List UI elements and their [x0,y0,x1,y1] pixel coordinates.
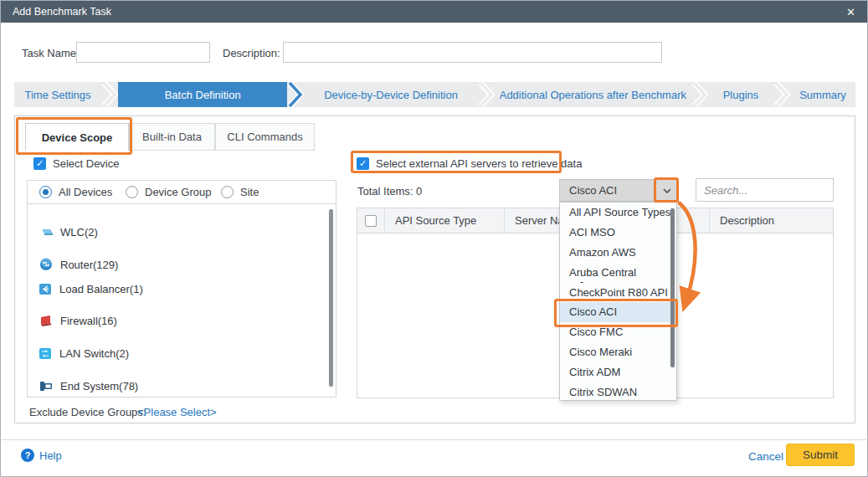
tab-cli-commands[interactable]: CLI Commands [215,123,315,151]
dialog-window: Add Benchmark Task ✕ Task Name: Descript… [0,0,868,477]
wizard-separator-icon [287,82,304,107]
api-source-dropdown-value: Cisco ACI [569,184,617,197]
radio-site[interactable]: Site [221,186,259,198]
load-balancer-icon [39,283,52,295]
checkbox-unchecked-icon[interactable] [365,215,377,227]
select-device-label: Select Device [53,157,119,170]
dropdown-option[interactable]: CheckPoint R80 API [560,282,676,302]
wizard-tab-batch-definition[interactable]: Batch Definition [118,82,287,107]
radio-device-group[interactable]: Device Group [126,186,211,198]
dropdown-dash: - [580,276,583,288]
wizard-tab-additional-operations[interactable]: Additional Operations after Benchmark [495,82,691,107]
api-source-dropdown[interactable]: Cisco ACI [559,179,679,202]
device-list-scrollbar[interactable] [329,209,333,387]
radio-all-devices-label: All Devices [59,186,112,198]
device-label: WLC(2) [60,226,98,238]
router-icon [39,258,53,271]
radio-device-group-label: Device Group [145,186,211,198]
select-all-checkbox[interactable] [357,208,384,233]
device-type-list: WLC(2) Router(129) Load Balancer(1) Fire… [27,203,336,398]
footer-divider [2,439,866,440]
cancel-button[interactable]: Cancel [748,450,783,463]
description-label: Description: [223,47,280,59]
task-name-label: Task Name: [22,47,80,59]
column-header-api-source-type[interactable]: API Source Type [384,208,504,233]
submit-button[interactable]: Submit [786,444,855,466]
tab-device-scope[interactable]: Device Scope [25,123,129,151]
help-icon: ? [21,449,34,462]
wizard-tab-summary[interactable]: Summary [790,82,855,107]
wlc-icon [39,226,53,238]
dropdown-option[interactable]: Citrix ADM [560,362,676,382]
radio-site-label: Site [240,186,259,198]
select-external-api-checkbox[interactable]: ✓ Select external API servers to retriev… [357,157,582,170]
list-item-firewall[interactable]: Firewall(16) [39,311,117,330]
select-external-api-label: Select external API servers to retrieve … [376,157,582,170]
dropdown-option[interactable]: Citrix SDWAN [560,382,676,402]
end-system-icon [39,380,53,392]
tab-built-in-data[interactable]: Built-in Data [129,123,215,151]
wizard-tab-device-by-device[interactable]: Device-by-Device Definition [304,82,477,107]
dropdown-option[interactable]: Amazon AWS [560,243,676,263]
device-radio-group: All Devices Device Group Site [27,180,336,204]
list-item-router[interactable]: Router(129) [39,255,118,274]
list-item-lan-switch[interactable]: LAN Switch(2) [39,344,129,362]
dropdown-option[interactable]: All API Source Types [560,203,676,223]
wizard-separator-icon [101,82,118,107]
help-button[interactable]: ? Help [21,449,62,462]
lan-switch-icon [39,347,52,360]
dropdown-scrollbar[interactable] [670,208,675,367]
checkbox-checked-icon[interactable]: ✓ [357,157,369,170]
device-label: End System(78) [60,380,138,392]
search-box [696,178,834,202]
dialog-title: Add Benchmark Task [13,6,111,18]
checkbox-checked-icon[interactable]: ✓ [33,157,46,170]
dropdown-option[interactable]: ACI MSO [560,223,676,243]
dropdown-option-selected[interactable]: Cisco ACI [560,302,676,322]
device-label: LAN Switch(2) [59,347,129,360]
wizard-tab-strip: Time Settings Batch Definition Device-by… [14,82,855,107]
list-item-wlc[interactable]: WLC(2) [39,223,98,241]
radio-all-devices[interactable]: All Devices [39,186,112,198]
wizard-tab-plugins[interactable]: Plugins [708,82,773,107]
exclude-device-groups-link[interactable]: <Please Select> [137,406,217,418]
chevron-down-icon[interactable] [662,187,672,194]
device-label: Firewall(16) [60,315,117,327]
help-label: Help [39,449,62,462]
dropdown-option[interactable]: Aruba Central [560,262,676,282]
close-icon[interactable]: ✕ [846,6,855,18]
wizard-tab-time-settings[interactable]: Time Settings [14,82,101,107]
title-bar: Add Benchmark Task ✕ [1,1,867,23]
dropdown-option[interactable]: Cisco Meraki [560,342,676,362]
wizard-separator-icon [773,82,790,107]
wizard-separator-icon [478,82,495,107]
task-name-field[interactable] [76,42,210,63]
list-item-end-system[interactable]: End System(78) [39,377,138,395]
search-input[interactable] [704,184,853,197]
radio-selected-icon[interactable] [39,186,52,198]
list-item-load-balancer[interactable]: Load Balancer(1) [39,280,143,298]
column-header-description[interactable]: Description [709,208,833,233]
total-items-label: Total Items: 0 [357,185,422,197]
device-label: Router(129) [60,259,118,271]
device-label: Load Balancer(1) [59,283,143,295]
radio-unselected-icon[interactable] [221,186,234,198]
wizard-separator-icon [691,82,708,107]
dropdown-option[interactable]: Cisco FMC [560,322,676,342]
radio-unselected-icon[interactable] [126,186,138,198]
description-field[interactable] [283,42,662,63]
firewall-icon [39,315,53,327]
select-device-checkbox[interactable]: ✓ Select Device [33,157,119,170]
exclude-device-groups-label: Exclude Device Groups: [29,406,146,418]
api-source-dropdown-list: All API Source Types ACI MSO Amazon AWS … [559,202,677,401]
